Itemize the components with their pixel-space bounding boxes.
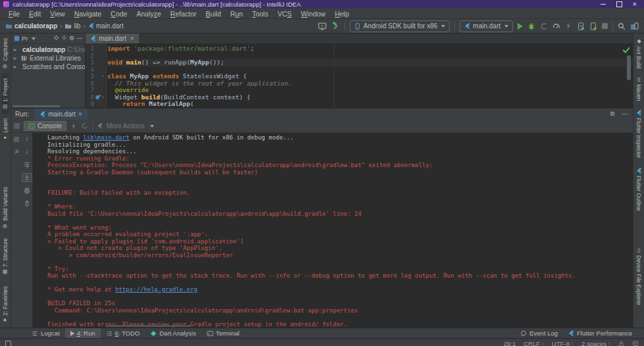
tree-item-external-libraries[interactable]: ▸ External Libraries: [11, 54, 85, 62]
editor-vscrollbar[interactable]: [627, 55, 631, 80]
tool-button-project[interactable]: ▤ 1: Project: [1, 74, 9, 114]
chevron-right-icon: ▸: [14, 64, 18, 70]
tool-button-flutter-outline[interactable]: Flutter Outline: [635, 163, 643, 215]
menu-window[interactable]: Window: [296, 10, 330, 18]
tool-button-flutter-inspector[interactable]: Flutter Inspector: [635, 105, 643, 162]
run-tab-main-dart[interactable]: main.dart ×: [34, 109, 88, 120]
tool-button-maven[interactable]: m Maven: [635, 73, 643, 105]
down-arrow-icon[interactable]: ↓: [22, 148, 32, 156]
run-config-selector[interactable]: main.dart: [460, 20, 513, 32]
attach-profiler-icon[interactable]: [540, 22, 548, 30]
settings-gear-icon[interactable]: ⚙: [69, 36, 74, 41]
tree-item-scratches[interactable]: ▸ Scratches and Consoles: [11, 62, 85, 71]
tool-button-favorites[interactable]: ★ 2: Favorites: [1, 280, 9, 328]
run-button[interactable]: [518, 23, 523, 30]
breadcrumb-file[interactable]: main.dart: [88, 22, 124, 30]
menu-refactor[interactable]: Refactor: [166, 10, 201, 18]
avd-manager-icon[interactable]: [630, 22, 639, 30]
scroll-to-end-icon[interactable]: [22, 173, 32, 182]
hot-restart-icon[interactable]: [81, 122, 88, 130]
phone-sync-icon[interactable]: [577, 22, 585, 30]
menu-code[interactable]: Code: [106, 10, 132, 18]
menu-run[interactable]: Run: [226, 10, 248, 18]
phone-run-icon[interactable]: [589, 22, 597, 30]
caret-position[interactable]: 29:1: [504, 340, 516, 346]
device-selector[interactable]: Android SDK built for x86: [350, 20, 450, 32]
menu-tools[interactable]: Tools: [248, 10, 273, 18]
flutter-performance-button[interactable]: Flutter Performance: [563, 328, 637, 338]
line-separator-selector[interactable]: CRLF↕: [523, 340, 544, 346]
print-icon[interactable]: [22, 187, 32, 195]
editor-tab-main-dart[interactable]: main.dart ×: [86, 34, 139, 43]
hide-panel-icon[interactable]: —: [76, 36, 82, 41]
tool-button-todo[interactable]: 6: TODO: [101, 328, 146, 338]
project-hscrollbar[interactable]: [13, 105, 60, 107]
menu-help[interactable]: Help: [330, 10, 354, 18]
tool-button-terminal[interactable]: Terminal: [201, 328, 245, 338]
maximize-icon[interactable]: [616, 1, 622, 7]
close-tab-icon[interactable]: ×: [78, 111, 82, 118]
settings-gear-icon[interactable]: ⚙: [610, 111, 615, 117]
hector-inspections-icon[interactable]: [632, 341, 639, 346]
locate-file-icon[interactable]: [53, 35, 59, 42]
collapse-all-icon[interactable]: [61, 35, 67, 42]
menu-build[interactable]: Build: [201, 10, 225, 18]
folder-icon: [65, 22, 72, 30]
more-actions-button[interactable]: More Actions: [107, 122, 145, 130]
menu-edit[interactable]: Edit: [24, 10, 45, 18]
tool-button-learn[interactable]: ● Learn: [1, 114, 9, 145]
close-tab-icon[interactable]: ×: [130, 35, 134, 42]
flutter-icon-disabled: [97, 123, 103, 129]
hide-panel-icon[interactable]: —: [622, 111, 628, 117]
fold-icon[interactable]: ▾: [100, 94, 106, 101]
console-line: > Failed to apply plugin [id 'com.androi…: [47, 238, 633, 245]
up-arrow-icon[interactable]: ↑: [22, 136, 32, 143]
toolwindow-toggle-icon[interactable]: [5, 341, 11, 346]
tool-button-structure[interactable]: ▦ 7: Structure: [1, 234, 9, 280]
tree-item-project-root[interactable]: ▸ calculatorapp C:\Users\: [11, 45, 85, 54]
rerun-stop-icon[interactable]: [12, 136, 21, 143]
hot-reload-lightning-icon[interactable]: [70, 123, 77, 130]
tool-button-logcat[interactable]: Logcat: [26, 328, 65, 338]
stop-icon[interactable]: [14, 123, 20, 129]
project-panel-title[interactable]: Pr: [22, 35, 28, 42]
tool-button-device-file-explorer[interactable]: ▯ Device File Explorer: [635, 243, 643, 328]
console-link[interactable]: https://help.gradle.org: [115, 286, 198, 293]
menu-vcs[interactable]: VCS: [273, 10, 296, 18]
event-log-button[interactable]: Event Log: [515, 328, 563, 338]
breadcrumb-lib[interactable]: lib: [65, 22, 80, 30]
encoding-selector[interactable]: UTF-8↕: [552, 340, 574, 346]
indent-selector[interactable]: 2 spaces↕: [581, 340, 610, 346]
tool-button-ant-build[interactable]: ◆ Ant Build: [635, 34, 643, 73]
override-marker-icon[interactable]: [95, 95, 99, 99]
menu-view[interactable]: View: [45, 10, 70, 18]
profiler-gauge-icon[interactable]: [552, 22, 560, 30]
tool-button-run[interactable]: 4: Run: [65, 328, 101, 338]
stop-button[interactable]: [602, 23, 608, 29]
console-output[interactable]: Launching lib\main.dart on Android SDK b…: [33, 133, 633, 328]
debug-button[interactable]: [527, 22, 535, 30]
code-area[interactable]: 1import 'package:flutter/material.dart';…: [86, 43, 633, 108]
tool-button-captures[interactable]: ⚙ Captures: [1, 34, 9, 74]
tool-button-build-variants[interactable]: ⚙ Build Variants: [1, 182, 9, 234]
breadcrumb-project[interactable]: calculatorapp: [5, 22, 57, 30]
run-dashboard-icon[interactable]: [318, 22, 327, 30]
console-tab[interactable]: Console: [24, 121, 67, 131]
menu-analyze[interactable]: Analyze: [132, 10, 165, 18]
console-hscrollbar[interactable]: [105, 325, 191, 327]
soft-wrap-icon[interactable]: [22, 161, 32, 168]
console-link[interactable]: lib\main.dart: [83, 134, 129, 141]
menu-navigate[interactable]: Navigate: [70, 10, 106, 18]
readonly-lock-icon[interactable]: [618, 341, 624, 346]
search-everywhere-button[interactable]: [618, 22, 626, 30]
clear-all-trash-icon[interactable]: [22, 199, 32, 207]
close-icon[interactable]: ×: [633, 2, 637, 7]
flutter-file-icon: [88, 23, 94, 29]
pin-icon[interactable]: [12, 148, 21, 156]
menu-file[interactable]: File: [4, 10, 24, 18]
build-hammer-icon[interactable]: [331, 22, 340, 30]
minimize-icon[interactable]: [601, 4, 606, 5]
fold-icon[interactable]: ▾: [100, 73, 106, 80]
flutter-hot-reload-icon[interactable]: [565, 22, 572, 30]
tool-button-dart-analysis[interactable]: Dart Analysis: [145, 328, 201, 338]
